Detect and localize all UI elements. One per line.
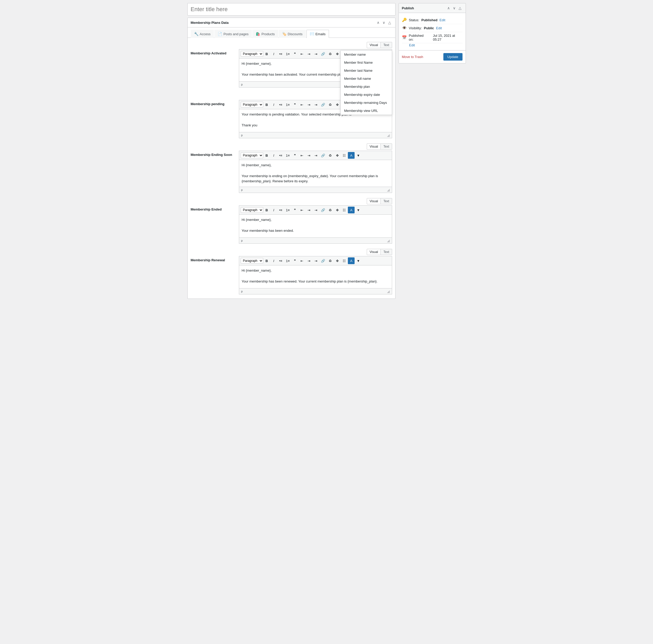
visual-tab-ended[interactable]: Visual xyxy=(367,198,381,204)
bold-btn-ended[interactable]: B xyxy=(264,207,270,213)
text-tab-ended[interactable]: Text xyxy=(381,198,392,204)
post-title-input[interactable]: Silver xyxy=(191,6,392,13)
metabox-close[interactable]: △ xyxy=(387,20,392,25)
unlink-btn-ending-soon[interactable]: ♻ xyxy=(327,152,334,159)
dropdown-item-membership-remaining[interactable]: Membership remaining Days xyxy=(341,99,392,107)
italic-btn-pending[interactable]: I xyxy=(270,101,277,108)
publish-close[interactable]: △ xyxy=(458,5,462,10)
blockquote-btn-ending-soon[interactable]: ❞ xyxy=(291,152,298,159)
blockquote-btn-activated[interactable]: ❞ xyxy=(291,50,298,57)
align-right-ending-soon[interactable]: ⇥ xyxy=(312,152,319,159)
visual-tab-renewal[interactable]: Visual xyxy=(367,249,381,255)
paragraph-select-activated[interactable]: Paragraph xyxy=(241,51,263,57)
blockquote-btn-renewal[interactable]: ❞ xyxy=(291,257,298,264)
link-btn-renewal[interactable]: 🔗 xyxy=(319,257,326,264)
variable-dropdown-ending-soon[interactable]: ▼ xyxy=(355,152,362,159)
dropdown-item-membership-expiry[interactable]: Membership expiry date xyxy=(341,91,392,99)
resize-handle-renewal[interactable]: ◢ xyxy=(387,289,390,293)
table-btn-ending-soon[interactable]: ☷ xyxy=(341,152,347,159)
published-date-edit-link[interactable]: Edit xyxy=(409,43,415,47)
move-to-trash-link[interactable]: Move to Trash xyxy=(402,55,423,59)
table-btn-ended[interactable]: ☷ xyxy=(341,207,347,213)
visibility-edit-link[interactable]: Edit xyxy=(436,26,442,30)
align-left-ended[interactable]: ⇤ xyxy=(298,207,305,213)
resize-handle-ended[interactable]: ◢ xyxy=(387,238,390,243)
tab-posts-pages[interactable]: 📄 Posts and pages xyxy=(214,30,252,38)
align-left-activated[interactable]: ⇤ xyxy=(298,50,305,57)
align-left-pending[interactable]: ⇤ xyxy=(298,101,305,108)
align-center-ended[interactable]: ⇥ xyxy=(306,207,312,213)
unlink-btn-pending[interactable]: ♻ xyxy=(327,101,334,108)
tab-emails[interactable]: ✉️ Emails xyxy=(307,30,329,38)
link-btn-activated[interactable]: 🔗 xyxy=(319,50,326,57)
tab-products[interactable]: 🛍️ Products xyxy=(252,30,278,38)
link-btn-ending-soon[interactable]: 🔗 xyxy=(319,152,326,159)
status-edit-link[interactable]: Edit xyxy=(439,18,445,22)
publish-collapse-down[interactable]: ∨ xyxy=(452,5,457,10)
blockquote-btn-ended[interactable]: ❞ xyxy=(291,207,298,213)
ul-btn-ending-soon[interactable]: •≡ xyxy=(277,152,284,159)
metabox-collapse-down[interactable]: ∨ xyxy=(382,20,386,25)
paragraph-select-renewal[interactable]: Paragraph xyxy=(241,258,263,263)
editor-body-ending-soon[interactable]: Hi {member_name}, Your membership is end… xyxy=(239,160,392,187)
visual-tab-ending-soon[interactable]: Visual xyxy=(367,143,381,150)
paragraph-select-ended[interactable]: Paragraph xyxy=(241,207,263,213)
align-right-pending[interactable]: ⇥ xyxy=(312,101,319,108)
italic-btn-renewal[interactable]: I xyxy=(270,257,277,264)
fullscreen-btn-ended[interactable]: ✥ xyxy=(334,207,341,213)
publish-collapse-up[interactable]: ∧ xyxy=(446,5,451,10)
bold-btn-ending-soon[interactable]: B xyxy=(264,152,270,159)
dropdown-item-member-name[interactable]: Member name xyxy=(341,50,392,59)
fullscreen-btn-pending[interactable]: ✥ xyxy=(334,101,341,108)
ul-btn-ended[interactable]: •≡ xyxy=(277,207,284,213)
align-right-activated[interactable]: ⇥ xyxy=(312,50,319,57)
align-center-pending[interactable]: ⇥ xyxy=(306,101,312,108)
fullscreen-btn-renewal[interactable]: ✥ xyxy=(334,257,341,264)
align-left-renewal[interactable]: ⇤ xyxy=(298,257,305,264)
italic-btn-ended[interactable]: I xyxy=(270,207,277,213)
update-button[interactable]: Update xyxy=(443,53,462,61)
align-left-ending-soon[interactable]: ⇤ xyxy=(298,152,305,159)
ul-btn-renewal[interactable]: •≡ xyxy=(277,257,284,264)
align-center-renewal[interactable]: ⇥ xyxy=(306,257,312,264)
text-tab-activated[interactable]: Text xyxy=(381,42,392,48)
italic-btn-ending-soon[interactable]: I xyxy=(270,152,277,159)
dropdown-item-membership-view-url[interactable]: Membership view URL xyxy=(341,107,392,115)
ul-btn-pending[interactable]: •≡ xyxy=(277,101,284,108)
unlink-btn-activated[interactable]: ♻ xyxy=(327,50,334,57)
ol-btn-pending[interactable]: 1≡ xyxy=(285,101,291,108)
variable-dropdown-ended[interactable]: ▼ xyxy=(355,207,362,213)
align-right-ended[interactable]: ⇥ xyxy=(312,207,319,213)
text-tab-renewal[interactable]: Text xyxy=(381,249,392,255)
ol-btn-ended[interactable]: 1≡ xyxy=(285,207,291,213)
align-center-activated[interactable]: ⇥ xyxy=(306,50,312,57)
ol-btn-activated[interactable]: 1≡ xyxy=(285,50,291,57)
bold-btn-pending[interactable]: B xyxy=(264,101,270,108)
editor-body-renewal[interactable]: Hi {member_name}, Your membership has be… xyxy=(239,265,392,289)
dropdown-item-member-last-name[interactable]: Member last Name xyxy=(341,67,392,74)
visual-tab-activated[interactable]: Visual xyxy=(367,42,381,48)
ol-btn-ending-soon[interactable]: 1≡ xyxy=(285,152,291,159)
bold-btn-renewal[interactable]: B xyxy=(264,257,270,264)
link-btn-pending[interactable]: 🔗 xyxy=(319,101,326,108)
align-center-ending-soon[interactable]: ⇥ xyxy=(306,152,312,159)
paragraph-select-ending-soon[interactable]: Paragraph xyxy=(241,153,263,158)
ol-btn-renewal[interactable]: 1≡ xyxy=(285,257,291,264)
variable-btn-ended[interactable]: A xyxy=(348,207,355,213)
resize-handle-ending-soon[interactable]: ◢ xyxy=(387,188,390,192)
metabox-collapse-up[interactable]: ∧ xyxy=(376,20,381,25)
resize-handle-pending[interactable]: ◢ xyxy=(387,133,390,137)
text-tab-ending-soon[interactable]: Text xyxy=(381,143,392,150)
fullscreen-btn-activated[interactable]: ✥ xyxy=(334,50,341,57)
unlink-btn-renewal[interactable]: ♻ xyxy=(327,257,334,264)
link-btn-ended[interactable]: 🔗 xyxy=(319,207,326,213)
unlink-btn-ended[interactable]: ♻ xyxy=(327,207,334,213)
italic-btn-activated[interactable]: I xyxy=(270,50,277,57)
align-right-renewal[interactable]: ⇥ xyxy=(312,257,319,264)
table-btn-renewal[interactable]: ☷ xyxy=(341,257,347,264)
paragraph-select-pending[interactable]: Paragraph xyxy=(241,102,263,108)
variable-btn-renewal[interactable]: A xyxy=(348,257,355,264)
tab-discounts[interactable]: 🏷️ Discounts xyxy=(279,30,306,38)
variable-btn-ending-soon[interactable]: A xyxy=(348,152,355,159)
blockquote-btn-pending[interactable]: ❞ xyxy=(291,101,298,108)
